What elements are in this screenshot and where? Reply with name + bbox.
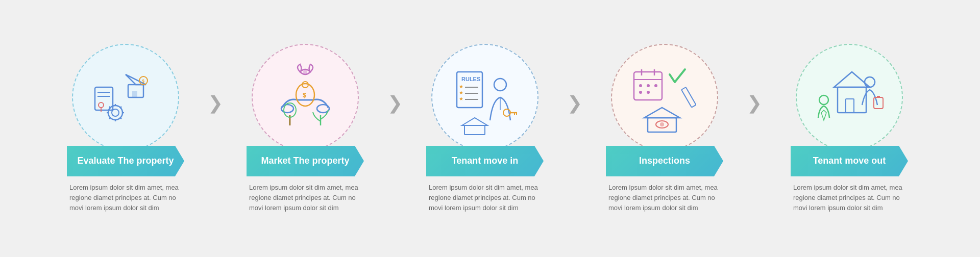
infographic-container: $ Evaluate The property Lorem ipsum bbox=[26, 34, 954, 223]
svg-point-65 bbox=[819, 95, 828, 105]
svg-rect-44 bbox=[464, 125, 485, 135]
step-3-description: Lorem ipsum dolor sit dim amet, mea regi… bbox=[426, 183, 544, 213]
step-4-circle bbox=[611, 44, 718, 151]
svg-text:$: $ bbox=[142, 79, 144, 84]
svg-rect-60 bbox=[838, 87, 866, 113]
svg-text:$: $ bbox=[303, 91, 307, 99]
svg-point-49 bbox=[639, 84, 642, 87]
step-2-circle: $ bbox=[252, 44, 359, 151]
step-1-circle: $ bbox=[72, 44, 179, 151]
step-3-circle: RULES ★ ★ ★ bbox=[431, 44, 538, 151]
step-5: Tenant move out Lorem ipsum dolor sit di… bbox=[760, 44, 939, 213]
step-3: RULES ★ ★ ★ bbox=[400, 44, 570, 213]
evaluate-icon: $ bbox=[87, 59, 164, 136]
svg-point-21 bbox=[281, 105, 293, 113]
svg-marker-55 bbox=[644, 108, 680, 118]
svg-marker-43 bbox=[462, 118, 487, 125]
svg-point-51 bbox=[654, 84, 657, 87]
step-3-label: Tenant move in bbox=[426, 146, 544, 176]
step-4: Inspections Lorem ipsum dolor sit dim am… bbox=[580, 44, 749, 213]
svg-rect-63 bbox=[874, 97, 883, 109]
step-4-label: Inspections bbox=[606, 146, 723, 176]
svg-point-62 bbox=[865, 77, 875, 87]
step-5-label: Tenant move out bbox=[791, 146, 908, 176]
step-wrapper-5: Tenant move out Lorem ipsum dolor sit di… bbox=[760, 44, 939, 213]
step-1-label: Evaluate The property bbox=[67, 146, 184, 176]
svg-rect-54 bbox=[681, 87, 696, 108]
step-5-circle bbox=[796, 44, 903, 151]
svg-rect-61 bbox=[846, 99, 854, 113]
step-wrapper-2: $ Market The property Lorem ipsum dolor … bbox=[220, 44, 400, 213]
step-2-description: Lorem ipsum dolor sit dim amet, mea regi… bbox=[247, 183, 364, 213]
svg-point-53 bbox=[647, 91, 650, 94]
svg-marker-59 bbox=[834, 72, 870, 87]
svg-rect-7 bbox=[132, 91, 137, 97]
svg-point-3 bbox=[99, 102, 104, 108]
svg-text:★: ★ bbox=[459, 90, 463, 95]
svg-point-52 bbox=[639, 91, 642, 94]
svg-point-24 bbox=[302, 82, 308, 88]
step-1: $ Evaluate The property Lorem ipsum bbox=[41, 44, 210, 213]
tenant-out-icon bbox=[811, 59, 888, 136]
svg-point-37 bbox=[494, 79, 506, 91]
step-wrapper-3: RULES ★ ★ ★ bbox=[400, 44, 580, 213]
inspections-icon bbox=[626, 59, 703, 136]
step-2: $ Market The property Lorem ipsum dolor … bbox=[220, 44, 390, 213]
step-1-description: Lorem ipsum dolor sit dim amet, mea regi… bbox=[67, 183, 184, 213]
svg-point-58 bbox=[660, 122, 664, 126]
svg-text:★: ★ bbox=[459, 84, 463, 89]
market-icon: $ bbox=[267, 59, 344, 136]
step-wrapper-4: Inspections Lorem ipsum dolor sit dim am… bbox=[580, 44, 760, 213]
step-5-description: Lorem ipsum dolor sit dim amet, mea regi… bbox=[791, 183, 908, 213]
svg-text:RULES: RULES bbox=[461, 76, 480, 82]
tenant-in-icon: RULES ★ ★ ★ bbox=[447, 59, 523, 136]
step-wrapper-1: $ Evaluate The property Lorem ipsum bbox=[41, 44, 220, 213]
svg-point-11 bbox=[112, 109, 119, 116]
step-2-label: Market The property bbox=[247, 146, 364, 176]
svg-point-50 bbox=[647, 84, 650, 87]
step-4-description: Lorem ipsum dolor sit dim amet, mea regi… bbox=[606, 183, 723, 213]
svg-text:★: ★ bbox=[459, 96, 463, 101]
svg-point-20 bbox=[303, 70, 307, 74]
